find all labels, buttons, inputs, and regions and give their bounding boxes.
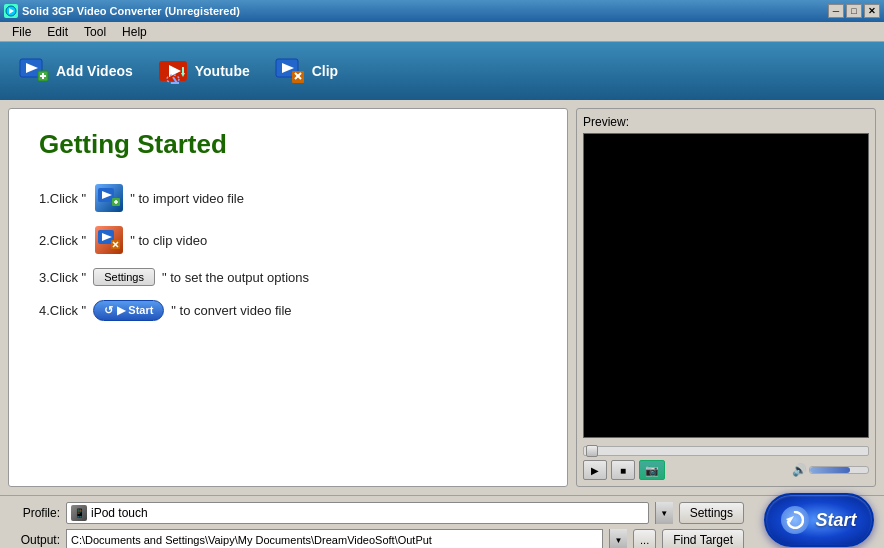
menu-edit[interactable]: Edit xyxy=(39,23,76,41)
app-icon xyxy=(4,4,18,18)
step-4-prefix: 4.Click " xyxy=(39,303,86,318)
youtube-button[interactable]: Youtube xyxy=(147,51,260,91)
profile-value: iPod touch xyxy=(91,506,644,520)
output-path-input[interactable]: C:\Documents and Settings\Vaipy\My Docum… xyxy=(66,529,603,548)
play-button[interactable]: ▶ xyxy=(583,460,607,480)
preview-container: Preview: ▶ ■ 📷 🔊 xyxy=(576,108,876,487)
title-controls: ─ □ ✕ xyxy=(828,4,880,18)
add-videos-button[interactable]: Add Videos xyxy=(8,51,143,91)
playback-controls: ▶ ■ 📷 🔊 xyxy=(583,460,869,480)
output-label: Output: xyxy=(10,533,60,547)
profile-select[interactable]: 📱 iPod touch xyxy=(66,502,649,524)
step-1-prefix: 1.Click " xyxy=(39,191,86,206)
step-2: 2.Click " " to clip video xyxy=(39,226,537,254)
maximize-button[interactable]: □ xyxy=(846,4,862,18)
step-4-start-label: ▶ Start xyxy=(117,304,153,317)
menu-tool[interactable]: Tool xyxy=(76,23,114,41)
step-3-prefix: 3.Click " xyxy=(39,270,86,285)
add-videos-label: Add Videos xyxy=(56,63,133,79)
profile-device-icon: 📱 xyxy=(71,505,87,521)
youtube-icon xyxy=(157,55,189,87)
stop-button[interactable]: ■ xyxy=(611,460,635,480)
output-path-value: C:\Documents and Settings\Vaipy\My Docum… xyxy=(71,534,598,546)
progress-thumb[interactable] xyxy=(586,445,598,457)
settings-button[interactable]: Settings xyxy=(679,502,744,524)
step-3: 3.Click " Settings " to set the output o… xyxy=(39,268,537,286)
start-icon xyxy=(781,506,809,534)
profile-dropdown-arrow[interactable]: ▼ xyxy=(655,502,673,524)
start-label: Start xyxy=(815,510,856,531)
menu-bar: File Edit Tool Help xyxy=(0,22,884,42)
volume-control: 🔊 xyxy=(792,463,869,477)
step-1-icon xyxy=(95,184,123,212)
output-dropdown-arrow[interactable]: ▼ xyxy=(609,529,627,548)
toolbar: Add Videos Youtube xyxy=(0,42,884,100)
step-3-suffix: " to set the output options xyxy=(162,270,309,285)
step-3-settings-preview: Settings xyxy=(93,268,155,286)
step-2-suffix: " to clip video xyxy=(130,233,207,248)
getting-started-title: Getting Started xyxy=(39,129,537,160)
clip-label: Clip xyxy=(312,63,338,79)
right-panel: Preview: ▶ ■ 📷 🔊 xyxy=(576,108,876,487)
step-4-start-preview: ↺ ▶ Start xyxy=(93,300,164,321)
window-title: Solid 3GP Video Converter (Unregistered) xyxy=(22,5,240,17)
step-4-suffix: " to convert video file xyxy=(171,303,291,318)
preview-screen xyxy=(583,133,869,438)
start-button[interactable]: Start xyxy=(764,493,874,547)
bottom-section: Profile: 📱 iPod touch ▼ Settings Output:… xyxy=(0,495,884,548)
step-2-prefix: 2.Click " xyxy=(39,233,86,248)
browse-button[interactable]: ... xyxy=(633,529,656,548)
volume-icon: 🔊 xyxy=(792,463,807,477)
snapshot-button[interactable]: 📷 xyxy=(639,460,665,480)
preview-label: Preview: xyxy=(583,115,869,129)
volume-slider[interactable] xyxy=(809,466,869,474)
volume-fill xyxy=(810,467,850,473)
minimize-button[interactable]: ─ xyxy=(828,4,844,18)
clip-icon xyxy=(274,55,306,87)
step-1: 1.Click " " to import video file xyxy=(39,184,537,212)
step-4: 4.Click " ↺ ▶ Start " to convert video f… xyxy=(39,300,537,321)
output-row: Output: C:\Documents and Settings\Vaipy\… xyxy=(10,529,744,548)
svg-rect-13 xyxy=(182,67,184,75)
youtube-label: Youtube xyxy=(195,63,250,79)
progress-bar[interactable] xyxy=(583,446,869,456)
profile-row: Profile: 📱 iPod touch ▼ Settings xyxy=(10,502,744,524)
clip-button[interactable]: Clip xyxy=(264,51,348,91)
close-button[interactable]: ✕ xyxy=(864,4,880,18)
menu-file[interactable]: File xyxy=(4,23,39,41)
title-bar: Solid 3GP Video Converter (Unregistered)… xyxy=(0,0,884,22)
add-videos-icon xyxy=(18,55,50,87)
step-1-suffix: " to import video file xyxy=(130,191,244,206)
title-bar-left: Solid 3GP Video Converter (Unregistered) xyxy=(4,4,240,18)
main-content: Getting Started 1.Click " " to import vi… xyxy=(0,100,884,495)
preview-controls: ▶ ■ 📷 🔊 xyxy=(583,446,869,480)
step-2-icon xyxy=(95,226,123,254)
left-panel: Getting Started 1.Click " " to import vi… xyxy=(8,108,568,487)
step-4-start-icon: ↺ xyxy=(104,304,113,317)
find-target-button[interactable]: Find Target xyxy=(662,529,744,548)
profile-label: Profile: xyxy=(10,506,60,520)
menu-help[interactable]: Help xyxy=(114,23,155,41)
